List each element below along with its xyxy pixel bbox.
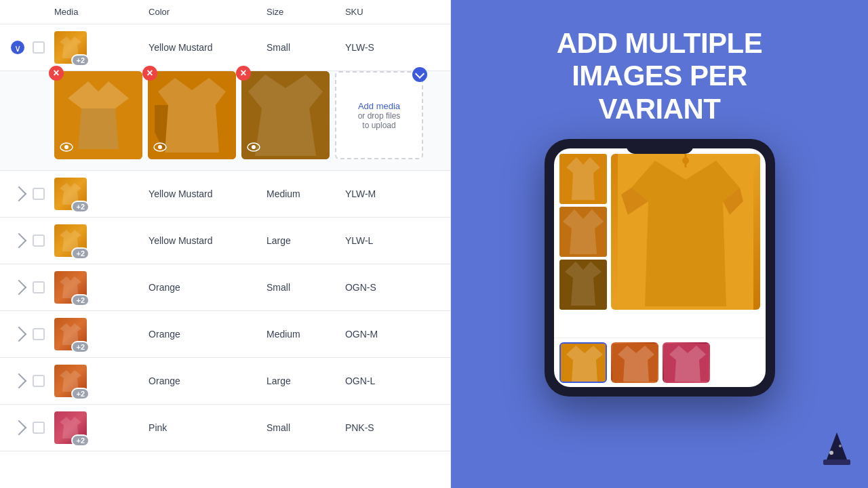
media-cell-ylw-l: +2 [54, 224, 149, 257]
right-panel: ADD MULTIPLE IMAGES PER VARIANT [451, 0, 868, 488]
phone-thumb-1[interactable] [559, 154, 607, 204]
add-media-box[interactable]: Add media or drop files to upload [335, 71, 423, 159]
add-media-sub2: to upload [362, 121, 395, 130]
media-col-header: Media [54, 7, 149, 17]
thumbnail-stack-ylw-l[interactable]: +2 [54, 224, 87, 257]
expanded-img-wrapper-3 [241, 71, 330, 159]
phone-thumb-3[interactable] [559, 260, 607, 310]
add-media-sub1: or drop files [358, 111, 401, 121]
phone-main-area [554, 148, 766, 338]
color-cell-ylw-m: Yellow Mustard [149, 188, 267, 199]
eye-button-1[interactable] [58, 139, 75, 155]
expanded-img-wrapper-2 [148, 71, 236, 159]
expand-button-ogn-m[interactable] [11, 329, 33, 340]
thumbnail-stack-ogn-m[interactable]: +2 [54, 318, 87, 350]
svg-point-14 [682, 157, 689, 164]
phone-thumbnails [559, 154, 608, 332]
phone-main-image [611, 154, 760, 310]
eye-button-3[interactable] [245, 139, 262, 155]
remove-image-2-button[interactable] [142, 66, 157, 81]
color-cell-ogn-s: Orange [149, 282, 267, 293]
svg-marker-18 [827, 432, 847, 460]
expand-button-ogn-l[interactable] [11, 375, 33, 386]
expand-button-ylw-l[interactable] [11, 235, 33, 246]
add-media-label: Add media [358, 101, 400, 111]
color-cell-ylw-l: Yellow Mustard [149, 235, 267, 246]
color-cell-ylw-s: Yellow Mustard [149, 42, 267, 53]
checkbox-ogn-s[interactable] [33, 281, 54, 293]
sku-cell-ylw-l: YLW-L [345, 235, 439, 246]
size-cell-ogn-m: Medium [267, 329, 345, 340]
svg-point-21 [839, 445, 842, 447]
svg-point-5 [158, 145, 162, 149]
checkbox-ylw-s[interactable] [33, 41, 54, 54]
svg-point-20 [829, 451, 833, 455]
checkbox-ylw-m[interactable] [33, 188, 54, 200]
variant-row-ogn-s[interactable]: +2 Orange Small OGN-S [0, 264, 450, 311]
thumb-badge-ylw-s: +2 [71, 54, 90, 66]
phone-thumb-2[interactable] [559, 207, 607, 257]
media-cell-ylw-m: +2 [54, 178, 149, 210]
remove-image-3-button[interactable] [236, 66, 251, 81]
variant-row-ylw-s-header[interactable]: ∨ +2 Yellow Mustard Small YLW-S [0, 24, 450, 71]
sku-col-header: SKU [345, 7, 439, 17]
bottom-thumb-selected[interactable] [559, 342, 607, 383]
thumb-badge-ylw-l: +2 [71, 247, 90, 260]
thumb-badge-ogn-s: +2 [71, 294, 90, 306]
checkbox-ogn-l[interactable] [33, 375, 54, 387]
sku-cell-pnk-s: PNK-S [345, 422, 439, 433]
media-cell-pnk-s: +2 [54, 411, 149, 444]
sku-cell-ylw-m: YLW-M [345, 188, 439, 199]
bottom-thumb-orange[interactable] [611, 342, 658, 383]
size-cell-ylw-m: Medium [267, 188, 345, 199]
svg-point-8 [252, 145, 256, 149]
thumbnail-stack-ogn-s[interactable]: +2 [54, 271, 87, 304]
thumbnail-stack-ylw-m[interactable]: +2 [54, 178, 87, 210]
remove-image-1-button[interactable] [49, 66, 64, 81]
add-media-dropdown-button[interactable] [412, 67, 427, 82]
thumbnail-stack-pnk-s[interactable]: +2 [54, 411, 87, 444]
color-cell-pnk-s: Pink [149, 422, 267, 433]
table-header: Media Color Size SKU [0, 0, 450, 24]
size-cell-pnk-s: Small [267, 422, 345, 433]
expand-button-ogn-s[interactable] [11, 282, 33, 293]
size-cell-ogn-s: Small [267, 282, 345, 293]
color-cell-ogn-l: Orange [149, 375, 267, 386]
media-cell-ogn-m: +2 [54, 318, 149, 350]
checkbox-ylw-l[interactable] [33, 235, 54, 247]
wizard-icon [816, 429, 857, 477]
phone-notch [626, 139, 694, 154]
sku-cell-ogn-s: OGN-S [345, 282, 439, 293]
thumb-badge-pnk-s: +2 [71, 434, 90, 447]
size-cell-ylw-s: Small [267, 42, 345, 53]
media-cell-ogn-l: +2 [54, 365, 149, 397]
phone-bottom-strip [554, 338, 766, 387]
size-col-header: Size [267, 7, 345, 17]
checkbox-ogn-m[interactable] [33, 328, 54, 340]
variant-row-pnk-s[interactable]: +2 Pink Small PNK-S [0, 405, 450, 451]
variant-row-ogn-m[interactable]: +2 Orange Medium OGN-M [0, 311, 450, 358]
thumb-badge-ogn-l: +2 [71, 388, 90, 400]
phone-mockup [545, 139, 775, 396]
checkbox-pnk-s[interactable] [33, 422, 54, 434]
variant-row-ylw-m[interactable]: +2 Yellow Mustard Medium YLW-M [0, 171, 450, 218]
media-cell-ylw-s: +2 [54, 31, 149, 64]
svg-rect-19 [823, 460, 850, 465]
color-cell-ogn-m: Orange [149, 329, 267, 340]
eye-button-2[interactable] [152, 139, 168, 155]
size-cell-ogn-l: Large [267, 375, 345, 386]
expanded-section-ylw-s: Add media or drop files to upload [0, 71, 450, 171]
phone-screen [554, 148, 766, 387]
expanded-img-wrapper-1 [54, 71, 142, 159]
variant-row-ogn-l[interactable]: +2 Orange Large OGN-L [0, 358, 450, 405]
sku-cell-ogn-m: OGN-M [345, 329, 439, 340]
expand-button-ylw-s[interactable]: ∨ [11, 41, 33, 54]
expand-button-pnk-s[interactable] [11, 422, 33, 433]
sku-cell-ylw-s: YLW-S [345, 42, 439, 53]
thumbnail-stack-ylw-s[interactable]: +2 [54, 31, 87, 64]
bottom-thumb-pink[interactable] [663, 342, 710, 383]
thumbnail-stack-ogn-l[interactable]: +2 [54, 365, 87, 397]
variant-row-ylw-l[interactable]: +2 Yellow Mustard Large YLW-L [0, 218, 450, 264]
sku-cell-ogn-l: OGN-L [345, 375, 439, 386]
expand-button-ylw-m[interactable] [11, 188, 33, 199]
